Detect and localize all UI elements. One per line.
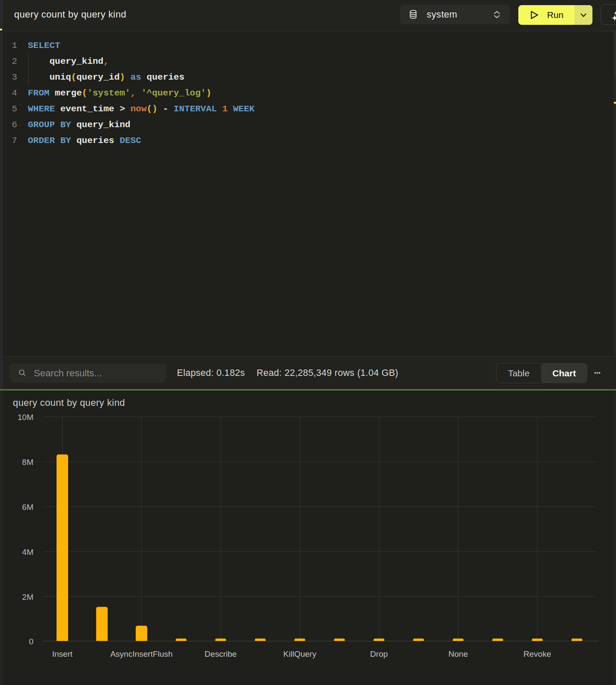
svg-text:AsyncInsertFlush: AsyncInsertFlush (110, 649, 173, 658)
svg-text:Insert: Insert (52, 649, 73, 658)
svg-text:10M: 10M (18, 413, 33, 422)
svg-text:Drop: Drop (370, 649, 388, 658)
svg-text:2M: 2M (22, 593, 33, 602)
svg-text:0: 0 (29, 637, 33, 646)
svg-text:KillQuery: KillQuery (283, 649, 317, 658)
svg-text:8M: 8M (22, 458, 33, 467)
svg-text:4M: 4M (22, 548, 33, 557)
svg-text:6M: 6M (22, 503, 33, 512)
svg-text:Describe: Describe (205, 649, 237, 658)
svg-text:None: None (449, 649, 468, 658)
svg-text:Revoke: Revoke (523, 649, 551, 658)
